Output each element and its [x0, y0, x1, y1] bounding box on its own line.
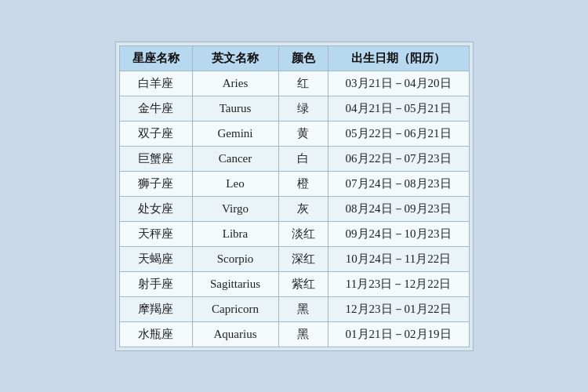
cell-date: 08月24日－09月23日: [328, 196, 469, 221]
cell-english: Taurus: [192, 96, 278, 121]
cell-color: 黑: [278, 296, 328, 321]
cell-chinese: 处女座: [119, 196, 192, 221]
cell-chinese: 摩羯座: [119, 296, 192, 321]
header-chinese: 星座名称: [119, 45, 192, 71]
zodiac-table: 星座名称 英文名称 颜色 出生日期（阳历） 白羊座Aries红03月21日－04…: [119, 45, 470, 347]
cell-color: 黄: [278, 121, 328, 146]
table-row: 天蝎座Scorpio深红10月24日－11月22日: [119, 246, 469, 271]
table-row: 摩羯座Capricorn黑12月23日－01月22日: [119, 296, 469, 321]
header-date: 出生日期（阳历）: [328, 45, 469, 71]
cell-date: 07月24日－08月23日: [328, 171, 469, 196]
cell-english: Aries: [192, 71, 278, 96]
table-row: 金牛座Taurus绿04月21日－05月21日: [119, 96, 469, 121]
header-english: 英文名称: [192, 45, 278, 71]
cell-color: 黑: [278, 321, 328, 347]
cell-english: Scorpio: [192, 246, 278, 271]
cell-color: 绿: [278, 96, 328, 121]
cell-color: 橙: [278, 171, 328, 196]
table-row: 狮子座Leo橙07月24日－08月23日: [119, 171, 469, 196]
cell-chinese: 巨蟹座: [119, 146, 192, 171]
cell-chinese: 白羊座: [119, 71, 192, 96]
cell-date: 01月21日－02月19日: [328, 321, 469, 347]
cell-date: 06月22日－07月23日: [328, 146, 469, 171]
cell-date: 09月24日－10月23日: [328, 221, 469, 246]
cell-date: 10月24日－11月22日: [328, 246, 469, 271]
cell-chinese: 天蝎座: [119, 246, 192, 271]
cell-english: Libra: [192, 221, 278, 246]
table-row: 双子座Gemini黄05月22日－06月21日: [119, 121, 469, 146]
cell-color: 红: [278, 71, 328, 96]
cell-english: Cancer: [192, 146, 278, 171]
cell-chinese: 狮子座: [119, 171, 192, 196]
table-row: 水瓶座Aquarius黑01月21日－02月19日: [119, 321, 469, 347]
cell-english: Sagittarius: [192, 271, 278, 296]
cell-english: Virgo: [192, 196, 278, 221]
cell-chinese: 射手座: [119, 271, 192, 296]
cell-chinese: 双子座: [119, 121, 192, 146]
cell-english: Leo: [192, 171, 278, 196]
cell-color: 灰: [278, 196, 328, 221]
cell-chinese: 水瓶座: [119, 321, 192, 347]
cell-chinese: 金牛座: [119, 96, 192, 121]
table-row: 巨蟹座Cancer白06月22日－07月23日: [119, 146, 469, 171]
cell-date: 12月23日－01月22日: [328, 296, 469, 321]
cell-date: 04月21日－05月21日: [328, 96, 469, 121]
cell-chinese: 天秤座: [119, 221, 192, 246]
table-row: 射手座Sagittarius紫红11月23日－12月22日: [119, 271, 469, 296]
cell-color: 淡红: [278, 221, 328, 246]
cell-english: Gemini: [192, 121, 278, 146]
table-row: 天秤座Libra淡红09月24日－10月23日: [119, 221, 469, 246]
cell-english: Aquarius: [192, 321, 278, 347]
zodiac-table-container: 星座名称 英文名称 颜色 出生日期（阳历） 白羊座Aries红03月21日－04…: [115, 42, 474, 351]
cell-color: 紫红: [278, 271, 328, 296]
table-header-row: 星座名称 英文名称 颜色 出生日期（阳历）: [119, 45, 469, 71]
cell-english: Capricorn: [192, 296, 278, 321]
table-row: 白羊座Aries红03月21日－04月20日: [119, 71, 469, 96]
cell-date: 05月22日－06月21日: [328, 121, 469, 146]
cell-color: 白: [278, 146, 328, 171]
cell-color: 深红: [278, 246, 328, 271]
cell-date: 11月23日－12月22日: [328, 271, 469, 296]
header-color: 颜色: [278, 45, 328, 71]
table-row: 处女座Virgo灰08月24日－09月23日: [119, 196, 469, 221]
cell-date: 03月21日－04月20日: [328, 71, 469, 96]
